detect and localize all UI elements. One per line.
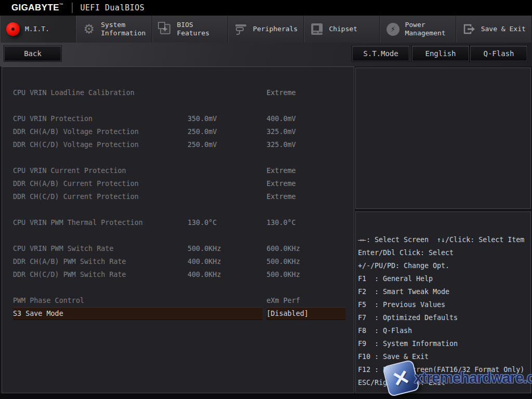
setting-label: DDR CH(A/B) Current Protection	[13, 177, 139, 190]
help-line: Enter/Dbl Click: Select	[358, 246, 530, 259]
setting-label: S3 Save Mode	[13, 307, 63, 320]
tab-label: Information	[101, 29, 145, 37]
setting-value: Extreme	[267, 86, 296, 99]
setting-label: DDR CH(C/D) Current Protection	[13, 190, 139, 203]
tab-chipset[interactable]: Chipset	[304, 16, 380, 43]
setting-row[interactable]: DDR CH(C/D) Current Protection Extreme	[2, 190, 354, 203]
main-tab-bar: M.I.T. ⚙ SystemInformation + BIOSFeature…	[0, 16, 532, 43]
setting-label: CPU VRIN Protection	[13, 112, 92, 125]
setting-row[interactable]: DDR CH(C/D) PWM Switch Rate 400.0KHz 500…	[2, 268, 354, 281]
help-line: +/-/PU/PD: Change Opt.	[358, 259, 530, 272]
setting-value: eXm Perf	[267, 294, 300, 307]
tab-bios-features[interactable]: + BIOSFeatures	[152, 16, 228, 43]
back-button[interactable]: Back	[4, 46, 61, 61]
setting-current-value: 250.0mV	[188, 138, 217, 151]
setting-label: CPU VRIN Current Protection	[13, 164, 126, 177]
setting-row[interactable]: CPU VRIN PWM Switch Rate 500.0KHz 600.0K…	[2, 242, 354, 255]
setting-value: 325.0mV	[267, 138, 296, 151]
st-mode-button[interactable]: S.T.Mode	[352, 46, 409, 61]
setting-value: 325.0mV	[267, 125, 296, 138]
setting-row[interactable]: CPU VRIN Loadline Calibration Extreme	[2, 86, 354, 99]
setting-row[interactable]: CPU VRIN Current Protection Extreme	[2, 164, 354, 177]
bottom-strip	[0, 393, 532, 399]
settings-panel: CPU VRIN Loadline Calibration Extreme CP…	[2, 66, 354, 393]
setting-value: [Disabled]	[267, 307, 309, 320]
item-help-panel	[355, 68, 531, 209]
tab-label: System	[101, 21, 145, 29]
setting-row[interactable]: DDR CH(A/B) Current Protection Extreme	[2, 177, 354, 190]
setting-row[interactable]: DDR CH(C/D) Voltage Protection 250.0mV 3…	[2, 138, 354, 151]
trademark-symbol: ™	[59, 3, 63, 7]
chipset-icon	[310, 22, 324, 36]
bios-chip-icon: +	[158, 22, 172, 36]
help-line: F10 : Save & Exit	[358, 350, 530, 363]
help-line: F8 : Q-Flash	[358, 324, 530, 337]
help-line: F9 : System Information	[358, 337, 530, 350]
setting-row[interactable]: CPU VRIN Protection 350.0mV 400.0mV	[2, 112, 354, 125]
setting-value: Extreme	[267, 164, 296, 177]
setting-current-value: 350.0mV	[188, 112, 217, 125]
help-line: F2 : Smart Tweak Mode	[358, 285, 530, 298]
setting-label: CPU VRIN PWM Switch Rate	[13, 242, 113, 255]
setting-value: Extreme	[267, 190, 296, 203]
setting-label: CPU VRIN Loadline Calibration	[13, 86, 135, 99]
tab-label: Chipset	[329, 25, 357, 33]
setting-label: CPU VRIN PWM Thermal Protection	[13, 216, 143, 229]
setting-row-selected[interactable]: S3 Save Mode [Disabled]	[2, 307, 354, 320]
setting-row[interactable]: DDR CH(A/B) Voltage Protection 250.0mV 3…	[2, 125, 354, 138]
tab-label: Peripherals	[253, 25, 298, 33]
help-line: F5 : Previous Values	[358, 298, 530, 311]
mouse-icon	[234, 22, 248, 36]
tab-label: Features	[177, 29, 210, 37]
help-line: →←: Select Screen ↑↓/Click: Select Item	[358, 233, 530, 246]
mit-red-ball-icon	[6, 22, 20, 36]
setting-current-value: 400.0KHz	[188, 255, 221, 268]
power-bolt-icon: ⚡	[385, 22, 400, 36]
setting-value: 400.0mV	[267, 112, 296, 125]
gear-icon: ⚙	[82, 22, 96, 36]
gigabyte-logo: GIGABYTE™	[11, 3, 63, 13]
setting-value: Extreme	[267, 177, 296, 190]
toolbar: Back S.T.Mode English Q-Flash	[0, 43, 532, 66]
tab-peripherals[interactable]: Peripherals	[228, 16, 304, 43]
exit-door-icon	[462, 22, 476, 36]
help-line: F12 : Print Screen(FAT16/32 Format Only)	[358, 363, 530, 376]
tab-label: Management	[405, 29, 445, 37]
setting-row[interactable]: DDR CH(A/B) PWM Switch Rate 400.0KHz 500…	[2, 255, 354, 268]
setting-label: DDR CH(C/D) Voltage Protection	[13, 138, 139, 151]
tab-label: Save & Exit	[481, 25, 526, 33]
tab-label: Power	[405, 21, 445, 29]
setting-row[interactable]: CPU VRIN PWM Thermal Protection 130.0°C …	[2, 216, 354, 229]
title-bar: GIGABYTE™ UEFI DualBIOS	[0, 0, 532, 16]
setting-label: DDR CH(C/D) PWM Switch Rate	[13, 268, 126, 281]
setting-value: 600.0KHz	[267, 242, 300, 255]
setting-label: PWM Phase Control	[13, 294, 84, 307]
tab-save-exit[interactable]: Save & Exit	[456, 16, 532, 43]
setting-current-value: 130.0°C	[188, 216, 217, 229]
help-line: F1 : General Help	[358, 272, 530, 285]
tab-label: BIOS	[177, 21, 210, 29]
tab-system-information[interactable]: ⚙ SystemInformation	[76, 16, 152, 43]
setting-value: 500.0KHz	[267, 268, 300, 281]
bios-title: UEFI DualBIOS	[80, 3, 144, 12]
setting-current-value: 500.0KHz	[188, 242, 221, 255]
help-line: ESC/Right Click: Exit	[358, 376, 530, 389]
help-line: F7 : Optimized Defaults	[358, 311, 530, 324]
qflash-button[interactable]: Q-Flash	[470, 46, 527, 61]
tab-power-management[interactable]: ⚡ PowerManagement	[380, 16, 456, 43]
tab-label: M.I.T.	[25, 25, 49, 33]
language-button[interactable]: English	[412, 46, 469, 61]
setting-label: DDR CH(A/B) Voltage Protection	[13, 125, 139, 138]
setting-current-value: 250.0mV	[188, 125, 217, 138]
setting-value: 130.0°C	[267, 216, 296, 229]
setting-current-value: 400.0KHz	[188, 268, 221, 281]
setting-row[interactable]: PWM Phase Control eXm Perf	[2, 294, 354, 307]
setting-label: DDR CH(A/B) PWM Switch Rate	[13, 255, 126, 268]
tab-mit[interactable]: M.I.T.	[0, 16, 76, 43]
keyboard-help-panel: →←: Select Screen ↑↓/Click: Select Item …	[355, 211, 531, 393]
divider	[72, 3, 73, 13]
setting-value: 500.0KHz	[267, 255, 300, 268]
